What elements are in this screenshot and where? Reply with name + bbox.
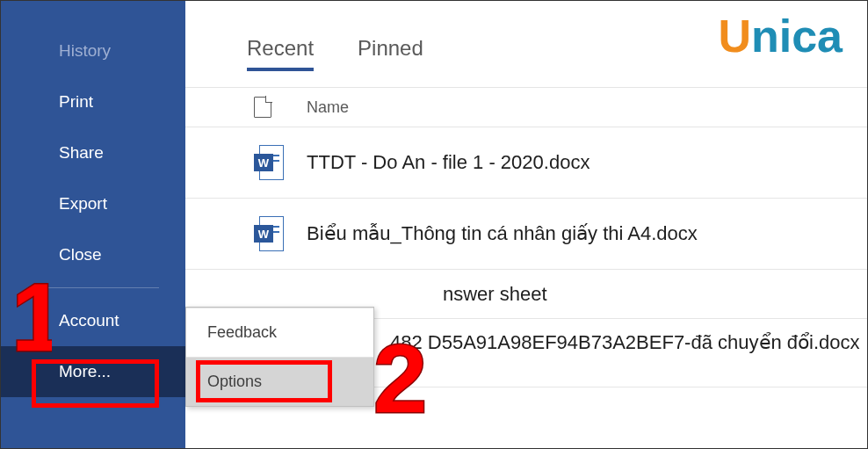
sidebar-item-label: Share: [59, 143, 104, 163]
file-list-header: Name: [185, 87, 867, 127]
sidebar-item-account[interactable]: Account: [1, 295, 185, 346]
file-name: TTDT - Do An - file 1 - 2020.docx: [307, 151, 867, 174]
sidebar-divider: [27, 287, 159, 288]
more-popup: Feedback Options: [185, 307, 374, 407]
popup-item-feedback[interactable]: Feedback: [186, 308, 373, 357]
sidebar-item-label: History: [59, 41, 111, 61]
file-row[interactable]: W TTDT - Do An - file 1 - 2020.docx: [185, 127, 867, 199]
sidebar-item-label: More...: [59, 362, 111, 381]
unica-logo: Unica: [718, 13, 843, 59]
sidebar-item-export[interactable]: Export: [1, 178, 185, 229]
word-document-icon: W: [254, 145, 284, 180]
sidebar-item-share[interactable]: Share: [1, 127, 185, 178]
file-name-fragment: nswer sheet: [307, 283, 867, 306]
word-document-icon: W: [254, 216, 284, 251]
sidebar-item-label: Close: [59, 245, 102, 264]
tab-pinned[interactable]: Pinned: [358, 36, 423, 71]
file-row[interactable]: W Biểu mẫu_Thông tin cá nhân giấy thi A4…: [185, 199, 867, 270]
sidebar-item-label: Export: [59, 194, 107, 214]
sidebar-item-more[interactable]: More...: [1, 346, 185, 397]
backstage-sidebar: History Print Share Export Close Account…: [1, 1, 185, 448]
sidebar-item-label: Account: [59, 311, 119, 330]
document-icon: [254, 97, 271, 118]
tab-recent[interactable]: Recent: [247, 36, 314, 71]
sidebar-item-label: Print: [59, 92, 93, 112]
sidebar-item-close[interactable]: Close: [1, 229, 185, 280]
popup-item-options[interactable]: Options: [186, 358, 373, 406]
sidebar-item-print[interactable]: Print: [1, 76, 185, 127]
column-header-name[interactable]: Name: [307, 98, 349, 117]
file-name: Biểu mẫu_Thông tin cá nhân giấy thi A4.d…: [307, 222, 867, 245]
sidebar-item-history[interactable]: History: [1, 25, 185, 76]
